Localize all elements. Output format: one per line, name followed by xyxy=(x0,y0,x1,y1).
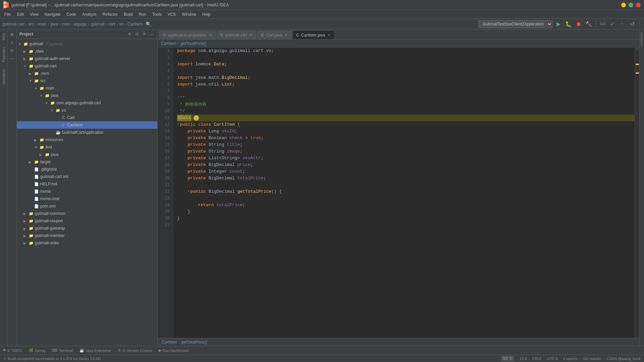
breadcrumb-src[interactable]: src xyxy=(29,22,34,26)
breadcrumb-class[interactable]: CartItem xyxy=(161,41,176,46)
menu-tools[interactable]: Tools xyxy=(150,11,164,18)
menu-analyze[interactable]: Analyze xyxy=(79,11,99,18)
bottom-tool-spring[interactable]: 🌿 Spring xyxy=(29,348,46,353)
debug-button[interactable]: 🐛 xyxy=(565,20,573,28)
collapse-button[interactable]: ≡ xyxy=(8,39,16,46)
tree-item-test-java[interactable]: ▶ 📁 java xyxy=(17,151,157,158)
run-config-select[interactable]: GulimallTestSsoClient2Application xyxy=(478,20,552,28)
bottom-breadcrumb-method[interactable]: getTotalPrice() xyxy=(181,340,207,345)
tree-item-gulimall[interactable]: ▼ 📁 gulimall F:\gulimall xyxy=(17,40,157,48)
menu-help[interactable]: Help xyxy=(200,11,213,18)
tree-item-idea[interactable]: ▶ 📁 .idea xyxy=(17,48,157,55)
status-indent[interactable]: 4 spaces xyxy=(563,357,578,361)
menu-refactor[interactable]: Refactor xyxy=(100,11,120,18)
tab-close-application[interactable]: ✕ xyxy=(208,33,212,37)
code-content[interactable]: package com.atguigu.gulimall.cart.vo; im… xyxy=(174,48,635,338)
close-button[interactable] xyxy=(636,3,641,7)
tree-item-target[interactable]: ▶ 📁 target xyxy=(17,158,157,166)
panel-settings-button[interactable]: ⚙ xyxy=(141,31,147,37)
bottom-tool-java-enterprise[interactable]: ☕ Java Enterprise xyxy=(79,348,111,353)
menu-view[interactable]: View xyxy=(27,11,41,18)
code-editor[interactable]: 1 2 3 4 5 6 7 8 9 10 11 12 13 14 15 16 1… xyxy=(158,48,639,338)
tree-item-gulimall-cart[interactable]: ▼ 📁 gulimall-cart xyxy=(17,62,157,70)
tab-close-cart-java[interactable]: ✕ xyxy=(284,33,288,37)
git-check-button[interactable]: ✓ xyxy=(608,20,616,28)
bottom-tool-todo[interactable]: ⚑ 9: TODO xyxy=(3,348,22,353)
hide-button[interactable]: — xyxy=(8,55,16,62)
tree-item-src[interactable]: ▼ 📁 src xyxy=(17,77,157,84)
tree-item-com-pkg[interactable]: ▼ 📁 com.atguigu.gulimall.cart xyxy=(17,99,157,107)
breadcrumb-java[interactable]: java xyxy=(51,22,58,26)
tree-item-member[interactable]: ▶ 📁 gulimall-member xyxy=(17,232,157,239)
tree-item-vo[interactable]: ▼ 📁 vo xyxy=(17,107,157,114)
menu-navigate[interactable]: Navigate xyxy=(42,11,63,18)
breadcrumb-cart[interactable]: cart xyxy=(108,22,115,26)
tab-close-cart-pom[interactable]: ✕ xyxy=(249,33,253,37)
breadcrumb-method[interactable]: getTotalPrice() xyxy=(180,41,206,46)
minimize-button[interactable] xyxy=(621,3,626,7)
breadcrumb-cartitem[interactable]: CartItem xyxy=(127,22,143,26)
breadcrumb-main[interactable]: main xyxy=(38,22,47,26)
locate-button[interactable]: ⊕ xyxy=(126,31,132,37)
tree-item-common[interactable]: ▶ 📁 gulimall-common xyxy=(17,210,157,217)
tree-item-order[interactable]: ▶ 📁 gulimall-order xyxy=(17,239,157,247)
tree-item-auth-server[interactable]: ▶ 📁 gulimall-auth-server xyxy=(17,55,157,62)
menu-code[interactable]: Code xyxy=(64,11,79,18)
tab-gulimall-cart[interactable]: C gulimall-cart ✕ xyxy=(217,31,257,39)
breadcrumb-vo[interactable]: vo xyxy=(119,22,123,26)
tree-item-app-class[interactable]: ▶ ☕ GulimallCartApplication xyxy=(17,129,157,136)
tree-item-mvn[interactable]: ▶ 📁 .mvn xyxy=(17,70,157,77)
tree-item-java[interactable]: ▼ 📁 java xyxy=(17,92,157,99)
panel-hide-button[interactable]: — xyxy=(149,31,155,37)
status-git-branch[interactable]: Git: master xyxy=(583,357,601,361)
menu-run[interactable]: Run xyxy=(136,11,149,18)
bottom-tool-run-dashboard[interactable]: ▶ Run Dashboard xyxy=(159,348,189,353)
tab-close-cartitem-java[interactable]: ✕ xyxy=(327,33,331,37)
tree-item-coupon[interactable]: ▶ 📁 gulimall-coupon xyxy=(17,217,157,225)
sidebar-tab-validation[interactable]: Validation xyxy=(1,66,7,88)
menu-window[interactable]: Window xyxy=(179,11,199,18)
tab-application-properties[interactable]: ⚙ application.properties ✕ xyxy=(159,31,216,39)
menu-file[interactable]: File xyxy=(2,11,13,18)
run-button[interactable]: ▶ xyxy=(554,20,562,28)
tree-item-pom[interactable]: ▶ 📄 pom.xml xyxy=(17,202,157,210)
tree-item-cart-class[interactable]: ▶ C Cart xyxy=(17,114,157,121)
project-structure-button[interactable]: ⊞ xyxy=(8,31,16,38)
status-encoding[interactable]: UTF-8 xyxy=(547,357,557,361)
status-input-mode[interactable]: ⌨ 英 xyxy=(501,356,514,361)
tree-item-main[interactable]: ▼ 📁 main xyxy=(17,84,157,92)
breadcrumb-atguigu[interactable]: atguigu xyxy=(73,22,87,26)
breadcrumb-com[interactable]: com xyxy=(62,22,70,26)
tree-item-iml[interactable]: ▶ 📄 gulimall-cart.iml xyxy=(17,173,157,180)
window-controls[interactable] xyxy=(621,3,641,7)
sidebar-tab-favorites[interactable]: Favorites xyxy=(1,44,7,65)
bottom-tool-version-control[interactable]: ⑨ 9: Version Control xyxy=(118,348,152,353)
bottom-tool-terminal[interactable]: ⌨ Terminal xyxy=(52,348,73,353)
tab-cart-java[interactable]: C Cart.java ✕ xyxy=(257,31,292,39)
search-button[interactable]: 🔍 xyxy=(144,20,152,28)
tree-item-mvnw-cmd[interactable]: ▶ 📄 mvnw.cmd xyxy=(17,195,157,202)
tree-item-gitignore[interactable]: ▶ 📄 .gitignore xyxy=(17,166,157,173)
collapse-all-button[interactable]: ⊟ xyxy=(134,31,140,37)
tree-item-resources[interactable]: ▶ 📁 resources xyxy=(17,136,157,143)
tree-item-gateway[interactable]: ▶ 📁 gulimall-gateway xyxy=(17,225,157,232)
menu-edit[interactable]: Edit xyxy=(14,11,26,18)
git-rollback-button[interactable]: ↺ xyxy=(628,20,636,28)
status-position[interactable]: 11:6 xyxy=(520,357,527,361)
tree-item-test[interactable]: ▼ 📁 test xyxy=(17,143,157,151)
git-update-button[interactable]: ↑ xyxy=(618,20,626,28)
stop-button[interactable]: ⏹ xyxy=(575,20,583,28)
right-tab-validation[interactable]: Validation xyxy=(639,29,644,49)
status-line-ending[interactable]: CRLF xyxy=(532,357,542,361)
tree-item-mvnw[interactable]: ▶ 📄 mvnw xyxy=(17,188,157,195)
build-button[interactable]: 🔨 xyxy=(585,20,593,28)
settings-button[interactable]: ⚙ xyxy=(8,47,16,54)
sidebar-tab-web[interactable]: Web xyxy=(1,29,7,44)
menu-build[interactable]: Build xyxy=(121,11,136,18)
tree-item-help[interactable]: ▶ 📄 HELP.md xyxy=(17,180,157,188)
tree-item-cartitem-class[interactable]: ▶ C CartItem xyxy=(17,121,157,129)
menu-vcs[interactable]: VCS xyxy=(165,11,179,18)
breadcrumb-gulimall[interactable]: gulimall xyxy=(91,22,105,26)
breadcrumb-gulimall-cart[interactable]: gulimall-cart xyxy=(3,22,24,26)
maximize-button[interactable] xyxy=(629,3,633,7)
